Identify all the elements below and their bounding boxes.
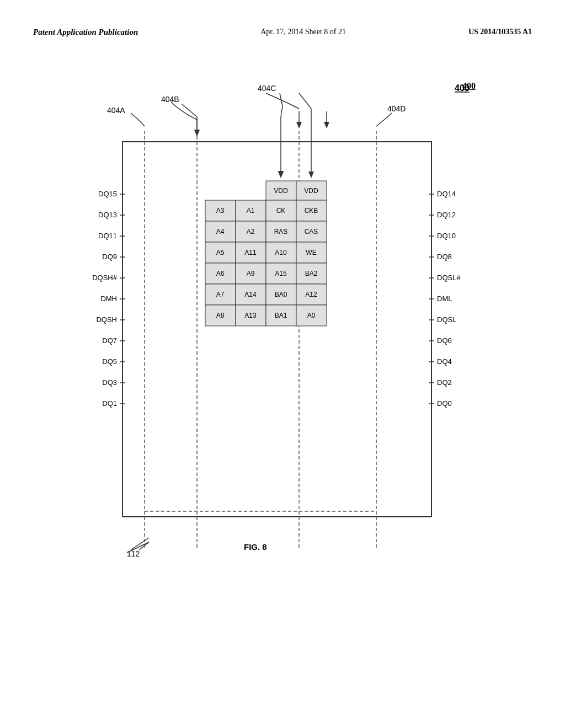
- header-right: US 2014/103535 A1: [468, 28, 532, 36]
- svg-marker-11: [324, 122, 329, 129]
- svg-rect-85: [236, 263, 266, 284]
- svg-rect-71: [296, 221, 327, 242]
- diagram-area: 400: [33, 81, 532, 605]
- svg-text:A14: A14: [244, 291, 257, 298]
- diagram-svg: DQ15 DQ13 DQ11 DQ9 DQSH# DMH DQSH DQ7 DQ…: [89, 81, 476, 605]
- svg-text:BA1: BA1: [275, 312, 287, 319]
- svg-marker-7: [194, 130, 200, 136]
- svg-text:DQ11: DQ11: [98, 232, 117, 240]
- svg-text:A1: A1: [247, 207, 255, 215]
- svg-text:A15: A15: [275, 270, 287, 277]
- svg-rect-70: [266, 221, 296, 242]
- svg-rect-0: [122, 142, 431, 517]
- svg-marker-115: [194, 130, 200, 136]
- svg-text:FIG. 8: FIG. 8: [244, 542, 267, 552]
- svg-text:VDD: VDD: [274, 187, 288, 195]
- svg-rect-61: [236, 200, 266, 221]
- svg-text:404D: 404D: [387, 104, 406, 113]
- svg-text:CK: CK: [276, 207, 286, 215]
- svg-text:DQ12: DQ12: [437, 211, 456, 219]
- svg-text:BA0: BA0: [275, 291, 287, 298]
- svg-rect-68: [205, 221, 236, 242]
- svg-text:DQ5: DQ5: [102, 357, 117, 366]
- svg-text:A7: A7: [216, 291, 225, 298]
- svg-text:WE: WE: [306, 249, 316, 256]
- svg-line-117: [281, 106, 282, 117]
- svg-text:A12: A12: [305, 291, 317, 298]
- svg-text:404A: 404A: [107, 106, 125, 115]
- svg-rect-94: [266, 284, 296, 305]
- svg-marker-9: [296, 122, 302, 129]
- ref-400: 400: [462, 81, 476, 91]
- svg-text:DQ10: DQ10: [437, 232, 456, 240]
- svg-text:A4: A4: [216, 228, 225, 235]
- svg-rect-87: [296, 263, 327, 284]
- svg-rect-100: [205, 305, 236, 326]
- svg-text:A5: A5: [216, 249, 225, 256]
- svg-text:VDD: VDD: [304, 187, 318, 195]
- svg-text:A2: A2: [247, 228, 255, 235]
- svg-text:DQSH#: DQSH#: [92, 274, 118, 282]
- svg-text:A3: A3: [216, 207, 225, 215]
- svg-text:BA2: BA2: [305, 270, 318, 277]
- svg-text:DQ9: DQ9: [102, 253, 117, 261]
- svg-line-113: [182, 104, 197, 117]
- svg-rect-101: [236, 305, 266, 326]
- svg-text:DMH: DMH: [100, 295, 117, 303]
- header-center: Apr. 17, 2014 Sheet 8 of 21: [260, 28, 346, 36]
- svg-rect-95: [296, 284, 327, 305]
- svg-rect-78: [266, 242, 296, 263]
- svg-text:DQ13: DQ13: [98, 211, 117, 219]
- svg-rect-102: [266, 305, 296, 326]
- svg-text:DQ2: DQ2: [437, 378, 452, 387]
- svg-rect-77: [236, 242, 266, 263]
- svg-marker-118: [278, 171, 284, 178]
- svg-text:DQSH: DQSH: [96, 315, 117, 324]
- svg-text:A6: A6: [216, 270, 225, 277]
- svg-line-121: [299, 93, 311, 109]
- svg-text:A0: A0: [307, 312, 316, 319]
- svg-text:DQ8: DQ8: [437, 253, 452, 261]
- svg-rect-79: [296, 242, 327, 263]
- header: Patent Application Publication Apr. 17, …: [33, 28, 532, 37]
- svg-text:RAS: RAS: [274, 228, 288, 235]
- svg-rect-84: [205, 263, 236, 284]
- svg-rect-93: [236, 284, 266, 305]
- page: Patent Application Publication Apr. 17, …: [0, 0, 565, 728]
- svg-text:CAS: CAS: [305, 228, 318, 235]
- svg-text:A10: A10: [275, 249, 287, 256]
- svg-line-126: [139, 542, 149, 550]
- svg-text:404B: 404B: [161, 95, 179, 104]
- svg-text:DQ15: DQ15: [98, 190, 117, 198]
- svg-rect-69: [236, 221, 266, 242]
- svg-text:A8: A8: [216, 312, 225, 319]
- diagram-inner: 400: [89, 81, 476, 605]
- svg-text:A11: A11: [244, 249, 257, 256]
- svg-rect-103: [296, 305, 327, 326]
- svg-line-127: [127, 542, 149, 553]
- svg-rect-62: [266, 200, 296, 221]
- svg-marker-123: [308, 172, 314, 178]
- svg-rect-92: [205, 284, 236, 305]
- svg-rect-76: [205, 242, 236, 263]
- svg-rect-57: [296, 181, 327, 200]
- svg-text:DQSL#: DQSL#: [437, 274, 461, 282]
- svg-text:DQ0: DQ0: [437, 399, 452, 408]
- svg-text:112: 112: [127, 549, 140, 558]
- svg-rect-86: [266, 263, 296, 284]
- svg-text:DQ1: DQ1: [102, 399, 117, 408]
- svg-text:CKB: CKB: [305, 207, 318, 215]
- svg-text:DML: DML: [437, 295, 452, 303]
- svg-text:DQ3: DQ3: [102, 378, 117, 387]
- header-left: Patent Application Publication: [33, 28, 138, 37]
- svg-marker-120: [278, 172, 284, 178]
- svg-text:A9: A9: [247, 270, 255, 277]
- svg-text:DQ7: DQ7: [102, 336, 117, 345]
- svg-rect-63: [296, 200, 327, 221]
- svg-rect-60: [205, 200, 236, 221]
- svg-line-116: [280, 93, 282, 106]
- svg-rect-56: [266, 181, 296, 200]
- svg-text:DQ4: DQ4: [437, 357, 452, 366]
- svg-text:DQ14: DQ14: [437, 190, 456, 198]
- svg-text:404C: 404C: [258, 84, 276, 93]
